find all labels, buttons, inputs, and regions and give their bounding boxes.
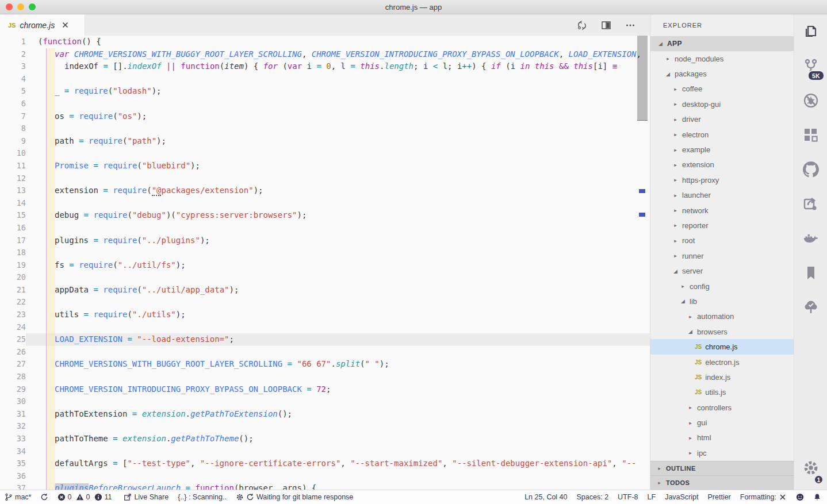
tree-folder-automation[interactable]: ▸automation — [650, 309, 794, 324]
tree-folder-root[interactable]: ▸root — [650, 233, 794, 248]
code-line[interactable]: 29CHROME_VERSION_INTRODUCING_PROXY_BYPAS… — [0, 383, 650, 396]
code-line[interactable]: 7os = require("os"); — [0, 110, 650, 123]
code-line[interactable]: 34 — [0, 445, 650, 458]
tree-folder-electron[interactable]: ▸electron — [650, 127, 794, 142]
tree-folder-example[interactable]: ▸example — [650, 142, 794, 157]
tree-folder-driver[interactable]: ▸driver — [650, 112, 794, 127]
code-line[interactable]: 17plugins = require("../plugins"); — [0, 234, 650, 247]
code-line[interactable]: 33pathToTheme = extension.getPathToTheme… — [0, 433, 650, 445]
tree-folder-desktop-gui[interactable]: ▸desktop-gui — [650, 97, 794, 111]
code-line[interactable]: 1(function() { — [0, 36, 650, 48]
code-line[interactable]: 16 — [0, 222, 650, 234]
code-line[interactable]: 24 — [0, 321, 650, 334]
tree-file-index-js[interactable]: JSindex.js — [650, 370, 794, 384]
tree-folder-packages[interactable]: ◢packages — [650, 66, 794, 81]
cursor-position[interactable]: Ln 25, Col 40 — [524, 490, 567, 504]
tree-folder-runner[interactable]: ▸runner — [650, 248, 794, 263]
tree-folder-lib[interactable]: ◢lib — [650, 294, 794, 309]
git-branch-status[interactable]: mac* — [5, 490, 31, 504]
git-blame-status[interactable]: Waiting for git blame response — [236, 490, 353, 504]
code-line[interactable]: 11Promise = require("bluebird"); — [0, 160, 650, 172]
code-line[interactable]: 32 — [0, 420, 650, 433]
code-line[interactable]: 10 — [0, 147, 650, 160]
language-mode[interactable]: JavaScript — [665, 490, 698, 504]
code-editor[interactable]: 1(function() {2var CHROME_VERSIONS_WITH_… — [0, 36, 650, 490]
code-line[interactable]: 35defaultArgs = ["--test-type", "--ignor… — [0, 457, 650, 470]
code-line[interactable]: 23utils = require("./utils"); — [0, 309, 650, 321]
code-line[interactable]: 5_ = require("lodash"); — [0, 85, 650, 98]
activity-docker-button[interactable] — [794, 221, 827, 256]
code-line[interactable]: 15debug = require("debug")("cypress:serv… — [0, 209, 650, 222]
activity-github-button[interactable] — [794, 152, 827, 187]
code-line[interactable]: 31pathToExtension = extension.getPathToE… — [0, 408, 650, 421]
activity-test-explorer-button[interactable] — [794, 290, 827, 325]
code-line[interactable]: 25LOAD_EXTENSION = "--load-extension="; — [0, 333, 650, 346]
tree-folder-launcher[interactable]: ▸launcher — [650, 188, 794, 203]
tree-folder-coffee[interactable]: ▸coffee — [650, 82, 794, 97]
minimize-window-button[interactable] — [17, 3, 24, 10]
tree-folder-network[interactable]: ▸network — [650, 203, 794, 218]
code-line[interactable]: 30 — [0, 395, 650, 408]
tree-folder-node-modules[interactable]: ▸node_modules — [650, 51, 794, 66]
code-line[interactable]: 12 — [0, 172, 650, 185]
maximize-window-button[interactable] — [29, 3, 36, 10]
open-changes-icon[interactable] — [577, 20, 587, 30]
indentation[interactable]: Spaces: 2 — [577, 490, 609, 504]
tree-file-chrome-js[interactable]: JSchrome.js — [650, 339, 794, 354]
code-line[interactable]: 4 — [0, 73, 650, 86]
live-share-status[interactable]: Live Share — [124, 490, 169, 504]
code-line[interactable]: 2var CHROME_VERSIONS_WITH_BUGGY_ROOT_LAY… — [0, 48, 650, 61]
activity-explorer-button[interactable] — [794, 14, 827, 49]
sidebar-section-outline[interactable]: ▸OUTLINE — [650, 461, 794, 475]
tree-file-electron-js[interactable]: JSelectron.js — [650, 355, 794, 370]
activity-bookmarks-button[interactable] — [794, 256, 827, 290]
notifications[interactable] — [813, 490, 821, 504]
tree-folder-server[interactable]: ◢server — [650, 263, 794, 278]
code-line[interactable]: 28 — [0, 371, 650, 383]
scanning-status[interactable]: {..} : Scanning.. — [178, 490, 227, 504]
code-line[interactable]: 19fs = require("../util/fs"); — [0, 259, 650, 272]
activity-live-share-button[interactable] — [794, 187, 827, 221]
tree-root-app[interactable]: ◢ APP — [650, 36, 794, 51]
more-actions-icon[interactable] — [625, 20, 635, 30]
tree-folder-https-proxy[interactable]: ▸https-proxy — [650, 172, 794, 187]
code-line[interactable]: 22 — [0, 296, 650, 309]
code-line[interactable]: 36 — [0, 470, 650, 483]
code-line[interactable]: 27CHROME_VERSIONS_WITH_BUGGY_ROOT_LAYER_… — [0, 358, 650, 371]
split-editor-icon[interactable] — [601, 20, 611, 30]
code-line[interactable]: 26 — [0, 346, 650, 359]
activity-debug-disabled-button[interactable] — [794, 83, 827, 118]
tree-folder-ipc[interactable]: ▸ipc — [650, 445, 794, 460]
tree-folder-extension[interactable]: ▸extension — [650, 157, 794, 172]
tree-folder-reporter[interactable]: ▸reporter — [650, 218, 794, 233]
code-line[interactable]: 8 — [0, 122, 650, 135]
code-line[interactable]: 3indexOf = [].indexOf || function(item) … — [0, 60, 650, 73]
code-line[interactable]: 21appData = require("../util/app_data"); — [0, 284, 650, 297]
settings-button[interactable]: 1 — [794, 451, 827, 485]
tree-folder-config[interactable]: ▸config — [650, 279, 794, 294]
sync-status[interactable] — [40, 490, 48, 504]
formatter[interactable]: Prettier — [707, 490, 730, 504]
code-line[interactable]: 20 — [0, 271, 650, 284]
activity-source-control-button[interactable]: 5K — [794, 49, 827, 83]
tree-folder-browsers[interactable]: ◢browsers — [650, 324, 794, 339]
code-line[interactable]: 13extension = require("@packages/extensi… — [0, 184, 650, 197]
eol[interactable]: LF — [648, 490, 656, 504]
code-line[interactable]: 18 — [0, 247, 650, 259]
feedback[interactable] — [796, 490, 804, 504]
code-line[interactable]: 14 — [0, 197, 650, 210]
code-line[interactable]: 37pluginsBeforeBrowserLaunch = function(… — [0, 482, 650, 490]
encoding[interactable]: UTF-8 — [618, 490, 638, 504]
close-window-button[interactable] — [6, 3, 13, 10]
tree-folder-gui[interactable]: ▸gui — [650, 415, 794, 430]
sidebar-section-todos[interactable]: ▸TODOS — [650, 475, 794, 490]
formatting-toggle[interactable]: Formatting: — [740, 490, 787, 504]
tree-folder-controllers[interactable]: ▸controllers — [650, 400, 794, 415]
tab-chrome-js[interactable]: JS chrome.js — [0, 14, 85, 36]
tree-folder-html[interactable]: ▸html — [650, 430, 794, 445]
problems-status[interactable]: 0011 — [58, 490, 114, 504]
tree-file-utils-js[interactable]: JSutils.js — [650, 385, 794, 400]
activity-extensions-button[interactable] — [794, 118, 827, 152]
code-line[interactable]: 6 — [0, 98, 650, 110]
code-line[interactable]: 9path = require("path"); — [0, 135, 650, 148]
